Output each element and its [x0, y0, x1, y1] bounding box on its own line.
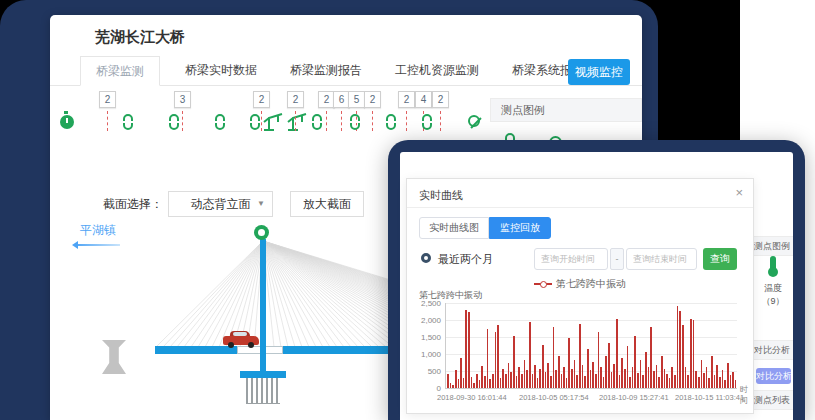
- chain-link-icon[interactable]: [350, 114, 360, 130]
- tab-realtime-curve[interactable]: 实时曲线图: [419, 217, 489, 239]
- stopwatch-icon[interactable]: [60, 115, 74, 129]
- video-monitor-button[interactable]: 视频监控: [568, 59, 630, 85]
- x-tick: 2018-10-09 15:27:41: [599, 393, 669, 402]
- enlarge-section-button[interactable]: 放大截面: [290, 191, 364, 217]
- x-axis-name: 时间: [740, 384, 753, 406]
- x-tick: 2018-10-15 11:03:41: [675, 393, 744, 402]
- page: 芜湖长江大桥 桥梁监测 桥梁实时数据 桥梁监测报告 工控机资源监测 桥梁系统报警…: [0, 0, 815, 420]
- tab-monitor-playback[interactable]: 监控回放: [489, 217, 551, 239]
- end-time-input[interactable]: [626, 248, 697, 270]
- modal-app-content: 测点图例 温度 （9） 对比分析 对比分析 监测点列表 实时曲线 × 实时曲线图…: [400, 152, 793, 420]
- sensor-dash-line: [372, 111, 373, 131]
- sensor-dash-line: [406, 111, 407, 131]
- section-select-dropdown[interactable]: 动态背立面 ▼: [168, 191, 273, 217]
- car-illustration: [223, 331, 259, 347]
- sensor-count-badge: 3: [174, 91, 191, 108]
- legend-label: 第七跨跨中振动: [556, 278, 626, 289]
- divider: [407, 207, 753, 208]
- crane-icon[interactable]: [262, 110, 308, 132]
- tab-monitoring-report[interactable]: 桥梁监测报告: [290, 56, 362, 86]
- legend-panel-header: 测点图例: [753, 236, 793, 256]
- realtime-curve-dialog: 实时曲线 × 实时曲线图 监控回放 最近两个月 - 查询 第七跨跨中振动 第七跨…: [406, 178, 754, 414]
- temperature-label: 温度: [753, 282, 793, 295]
- tab-realtime-data[interactable]: 桥梁实时数据: [185, 56, 257, 86]
- sensor-count-badge: 2: [364, 91, 381, 108]
- chain-link-icon[interactable]: [123, 114, 133, 130]
- pylon-footing: [240, 371, 286, 378]
- sensor-dash-line: [341, 111, 342, 131]
- y-tick: 2,500: [407, 299, 441, 308]
- radio-selected-icon[interactable]: [421, 253, 431, 263]
- close-icon[interactable]: ×: [735, 185, 743, 200]
- section-select-value: 动态背立面: [191, 197, 251, 211]
- sensor-dash-line: [107, 111, 108, 131]
- y-tick: 500: [407, 367, 441, 376]
- section-select-label: 截面选择：: [103, 196, 163, 213]
- range-separator: -: [610, 248, 624, 270]
- sensor-dash-line: [182, 111, 183, 131]
- main-tabbar: 桥梁监测 桥梁实时数据 桥梁监测报告 工控机资源监测 桥梁系统报警: [50, 56, 642, 86]
- radio-label: 最近两个月: [438, 252, 493, 267]
- chain-link-icon[interactable]: [169, 114, 179, 130]
- no-entry-icon[interactable]: [468, 115, 480, 127]
- chain-link-icon[interactable]: [422, 114, 432, 130]
- sensor-dash-line: [295, 111, 296, 131]
- sensor-dash-line: [440, 111, 441, 131]
- page-title: 芜湖长江大桥: [95, 28, 185, 47]
- legend-panel-sliver: 测点图例 温度 （9） 对比分析 对比分析 监测点列表: [753, 152, 793, 420]
- y-tick: 1,000: [407, 350, 441, 359]
- compare-analysis-button[interactable]: 对比分析: [756, 368, 791, 384]
- chain-link-icon[interactable]: [386, 114, 396, 130]
- sensor-count-badge: 2: [253, 91, 270, 108]
- tab-ipc-resource[interactable]: 工控机资源监测: [395, 56, 479, 86]
- sensor-count-badge: 4: [415, 91, 432, 108]
- thermometer-icon: [770, 256, 776, 270]
- chain-link-icon[interactable]: [250, 114, 260, 130]
- y-tick: 1,500: [407, 333, 441, 342]
- pylon-sensor-icon[interactable]: [254, 225, 269, 240]
- tab-bridge-monitoring[interactable]: 桥梁监测: [80, 56, 160, 86]
- sensor-count-badge: 5: [348, 91, 365, 108]
- temperature-count: （9）: [753, 295, 793, 308]
- sensor-count-badge: 2: [432, 91, 449, 108]
- chart-plot: 2,500 2,000 1,500 1,000 500 0: [445, 303, 737, 389]
- points-list-header: 监测点列表: [753, 390, 793, 410]
- compare-analysis-header: 对比分析: [753, 340, 793, 360]
- dialog-title: 实时曲线: [419, 188, 463, 203]
- y-tick: 0: [407, 384, 441, 393]
- pylon-piles: [246, 378, 280, 404]
- query-button[interactable]: 查询: [703, 248, 737, 270]
- chart-bars: [447, 302, 737, 388]
- chevron-down-icon: ▼: [257, 192, 265, 216]
- bridge-pylon: [260, 239, 266, 373]
- y-tick: 2,000: [407, 316, 441, 325]
- chain-link-icon[interactable]: [312, 114, 322, 130]
- sensor-dash-line: [261, 111, 262, 131]
- start-time-input[interactable]: [534, 248, 608, 270]
- legend-panel-header: 测点图例: [490, 98, 642, 122]
- x-tick: 2018-10-05 05:17:54: [519, 393, 589, 402]
- modal-mockup-card: 测点图例 温度 （9） 对比分析 对比分析 监测点列表 实时曲线 × 实时曲线图…: [388, 140, 805, 420]
- x-tick: 2018-09-30 16:01:44: [437, 393, 507, 402]
- chain-link-icon[interactable]: [215, 114, 225, 130]
- sensor-dash-line: [326, 111, 327, 131]
- sensor-count-badge: 2: [398, 91, 415, 108]
- temperature-item[interactable]: 温度 （9）: [753, 256, 793, 308]
- legend-line-marker-icon: [534, 283, 552, 285]
- sensor-count-badge: 2: [99, 91, 116, 108]
- sensor-count-badge: 2: [287, 91, 304, 108]
